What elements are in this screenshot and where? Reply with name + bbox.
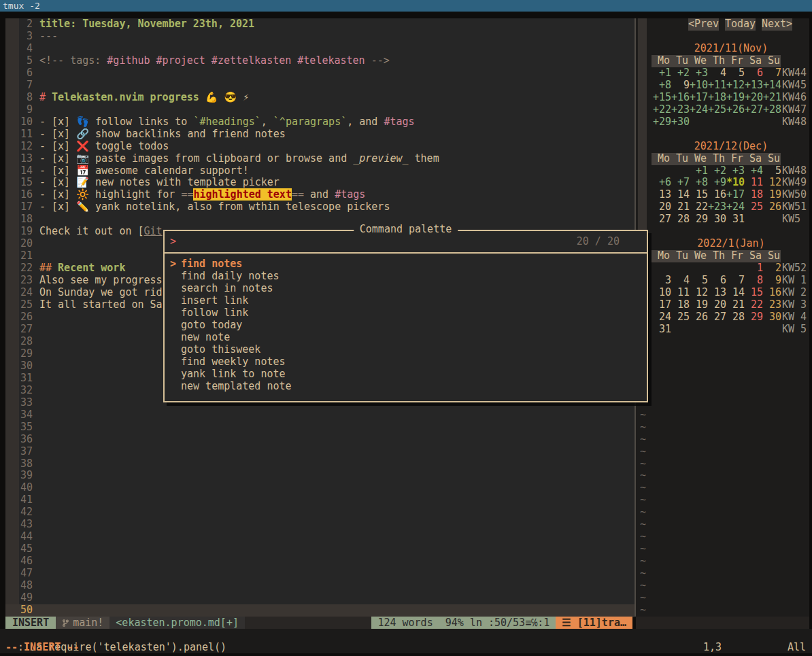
editor-line[interactable]: 16- [x] 🔆 highlight for ==highlighted te…	[5, 189, 635, 201]
calendar-day[interactable]: +8	[690, 177, 708, 189]
editor-line[interactable]: 39	[5, 470, 635, 482]
editor-line[interactable]: 8# Telekasten.nvim progress 💪 😎 ⚡	[5, 92, 635, 104]
calendar-day[interactable]: 26	[763, 201, 781, 213]
editor-line[interactable]: 37	[5, 446, 635, 458]
calendar-day[interactable]: +16	[671, 92, 690, 104]
calendar-day[interactable]: 26	[690, 311, 708, 324]
editor-line[interactable]: 10- [x] 👣 follow links to `#headings`, `…	[5, 116, 635, 128]
calendar-day[interactable]: +1	[653, 67, 671, 80]
editor-line[interactable]: 12- [x] ❌ toggle todos	[5, 141, 635, 153]
calendar-day[interactable]: +7	[671, 177, 690, 189]
calendar-day[interactable]: 7	[726, 275, 745, 287]
calendar-day[interactable]: 22	[745, 299, 763, 311]
calendar-day[interactable]: +1	[690, 165, 708, 177]
calendar-day[interactable]: +14	[763, 80, 781, 92]
calendar-nav-button[interactable]: Today	[725, 18, 756, 31]
editor-line[interactable]: 9	[5, 104, 635, 116]
calendar-day[interactable]: +24	[726, 201, 745, 213]
calendar-day[interactable]: 15	[745, 287, 763, 299]
calendar-day[interactable]: 14	[671, 189, 690, 201]
calendar-day[interactable]: +4	[745, 165, 763, 177]
editor-line[interactable]: 45	[5, 543, 635, 555]
calendar-day[interactable]: 28	[671, 213, 690, 226]
editor-line[interactable]: 35	[5, 421, 635, 434]
calendar-day[interactable]: 9	[763, 275, 781, 287]
calendar-nav-button[interactable]: Next>	[762, 18, 792, 31]
calendar-day[interactable]: 31	[726, 213, 745, 226]
calendar-day[interactable]: +12	[726, 80, 745, 92]
calendar-day[interactable]: 21	[671, 201, 690, 213]
filename-segment[interactable]: <ekasten.promo.md[+]	[109, 617, 245, 629]
calendar-day[interactable]: +24	[690, 104, 708, 116]
calendar-day[interactable]: 17	[653, 299, 671, 311]
calendar-day[interactable]: 27	[653, 213, 671, 226]
calendar-day[interactable]: 23	[763, 299, 781, 311]
calendar-day[interactable]: +28	[763, 104, 781, 116]
calendar-day[interactable]: 12	[690, 287, 708, 299]
editor-line[interactable]: 42	[5, 506, 635, 519]
calendar-day[interactable]: 5	[763, 165, 781, 177]
editor-line[interactable]: 50	[5, 604, 635, 617]
calendar-day[interactable]: +20	[745, 92, 763, 104]
calendar-day[interactable]: 11	[745, 177, 763, 189]
calendar-window[interactable]: <PrevTodayNext>2021/11(Nov)MoTuWeThFrSaS…	[636, 18, 809, 617]
calendar-day[interactable]: 5	[690, 275, 708, 287]
calendar-day[interactable]: 19	[763, 189, 781, 201]
calendar-day[interactable]: 9	[671, 80, 690, 92]
calendar-day[interactable]: 21	[726, 299, 745, 311]
palette-item[interactable]: find daily notes	[165, 271, 647, 283]
calendar-day[interactable]: 16	[708, 189, 726, 201]
palette-item[interactable]: find weekly notes	[165, 356, 647, 368]
calendar-day[interactable]: +13	[745, 80, 763, 92]
editor-line[interactable]: 7	[5, 80, 635, 92]
editor-line[interactable]: 4	[5, 43, 635, 55]
calendar-day[interactable]: 13	[653, 189, 671, 201]
calendar-day[interactable]: +2	[671, 67, 690, 80]
editor-line[interactable]: 43	[5, 519, 635, 531]
calendar-day[interactable]: 24	[653, 311, 671, 324]
calendar-day[interactable]: 14	[726, 287, 745, 299]
calendar-day[interactable]: +11	[708, 80, 726, 92]
editor-line[interactable]: 2title: Tuesday, November 23th, 2021	[5, 18, 635, 31]
calendar-day[interactable]: 16	[763, 287, 781, 299]
calendar-day[interactable]: 5	[726, 67, 745, 80]
editor-line[interactable]: 3---	[5, 31, 635, 43]
editor-line[interactable]: 46	[5, 555, 635, 568]
calendar-day[interactable]: 6	[708, 275, 726, 287]
calendar-nav-button[interactable]: <Prev	[688, 18, 719, 31]
calendar-day[interactable]: +29	[653, 116, 671, 128]
calendar-day[interactable]: +9	[708, 177, 726, 189]
calendar-day[interactable]: +10	[690, 80, 708, 92]
calendar-day[interactable]: 7	[763, 67, 781, 80]
git-branch-segment[interactable]: main!	[56, 617, 109, 629]
calendar-day[interactable]: +17	[726, 189, 745, 201]
editor-line[interactable]: 18	[5, 213, 635, 226]
calendar-day[interactable]: *10	[726, 177, 745, 189]
editor-line[interactable]: 41	[5, 494, 635, 506]
calendar-day[interactable]: +8	[653, 80, 671, 92]
editor-line[interactable]: 6	[5, 67, 635, 80]
calendar-day[interactable]: +21	[763, 92, 781, 104]
editor-line[interactable]: 17- [x] ✏️ yank notelink, also from wthi…	[5, 201, 635, 213]
tab-segment[interactable]: ☰ [11]tra…	[556, 617, 632, 629]
palette-search-input[interactable]	[182, 236, 563, 248]
calendar-day[interactable]: 18	[671, 299, 690, 311]
calendar-day[interactable]: +22	[653, 104, 671, 116]
editor-line[interactable]: 13- [x] 📷 paste images from clipboard or…	[5, 153, 635, 165]
editor-line[interactable]: 48	[5, 580, 635, 592]
calendar-day[interactable]: 4	[708, 67, 726, 80]
calendar-day[interactable]: +30	[671, 116, 690, 128]
editor-line[interactable]: 14- [x] 📅 awesome calendar support!	[5, 165, 635, 177]
calendar-day[interactable]: +3	[726, 165, 745, 177]
calendar-day[interactable]: 29	[745, 311, 763, 324]
calendar-day[interactable]: 3	[653, 275, 671, 287]
calendar-day[interactable]: 31	[653, 324, 671, 336]
palette-item[interactable]: new note	[165, 332, 647, 344]
calendar-day[interactable]: +15	[653, 92, 671, 104]
calendar-day[interactable]: 27	[708, 311, 726, 324]
palette-item[interactable]: >find notes	[165, 258, 647, 271]
calendar-day[interactable]: 25	[671, 311, 690, 324]
calendar-day[interactable]: +3	[690, 67, 708, 80]
palette-item[interactable]: yank link to note	[165, 368, 647, 381]
palette-item[interactable]: new templated note	[165, 381, 647, 393]
